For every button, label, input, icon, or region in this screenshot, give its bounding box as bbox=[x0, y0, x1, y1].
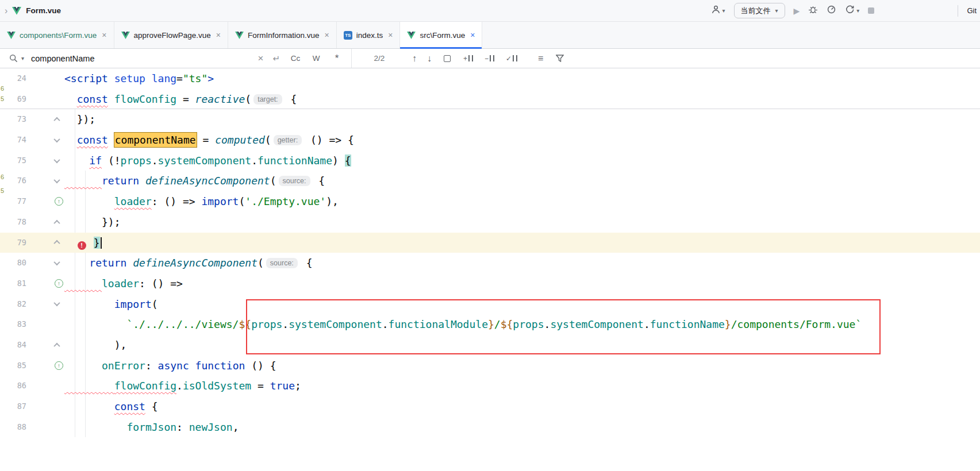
editor-gutter: 76 bbox=[0, 171, 64, 191]
code-text[interactable]: formJson: newJson, bbox=[64, 417, 239, 438]
code-line: 75 if (!props.systemComponent.functionNa… bbox=[0, 150, 980, 171]
tab-close-icon[interactable]: × bbox=[102, 30, 106, 40]
rerun-menu[interactable]: ▾ bbox=[845, 5, 859, 17]
run-button[interactable]: ▶ bbox=[794, 6, 800, 16]
code-text[interactable]: <script setup lang="ts"> bbox=[64, 68, 214, 89]
code-token: defineAsyncComponent bbox=[145, 175, 270, 187]
code-line: 81↑ loader: () => bbox=[0, 273, 980, 294]
editor-gutter: 69 bbox=[0, 89, 64, 109]
title-bar: › Form.vue ▾ 当前文件 ▾ ▶ ▾ Git bbox=[0, 0, 980, 22]
code-text[interactable]: onError: async function () { bbox=[64, 356, 276, 376]
editor-gutter: 88 bbox=[0, 417, 64, 438]
code-text[interactable]: return defineAsyncComponent(source: { bbox=[64, 253, 313, 273]
search-in-selection-icon[interactable] bbox=[444, 55, 451, 62]
previous-occurrence-button[interactable]: ↑ bbox=[412, 53, 417, 64]
newline-icon[interactable]: ↵ bbox=[272, 53, 280, 64]
implementation-marker-icon[interactable]: ↑ bbox=[55, 197, 63, 206]
inlay-hint: source: bbox=[266, 258, 298, 268]
clear-search-icon[interactable]: × bbox=[258, 53, 263, 64]
code-token: ( bbox=[258, 257, 264, 269]
whole-words-toggle[interactable]: W bbox=[308, 54, 325, 63]
editor-tab[interactable]: approveFlowPage.vue× bbox=[114, 22, 229, 48]
code-text[interactable]: return defineAsyncComponent(source: { bbox=[64, 171, 325, 191]
breadcrumb-chevron-icon[interactable]: › bbox=[5, 6, 7, 16]
run-configuration-selector[interactable]: 当前文件 ▾ bbox=[734, 3, 785, 18]
code-token: (! bbox=[102, 155, 121, 167]
code-line: 24<script setup lang="ts"> bbox=[0, 68, 980, 89]
code-text[interactable]: ), bbox=[64, 335, 126, 356]
fold-chevron-icon[interactable] bbox=[53, 117, 60, 123]
next-occurrence-button[interactable]: ↓ bbox=[427, 53, 432, 64]
line-number: 86 bbox=[17, 376, 26, 396]
profiler-button[interactable] bbox=[827, 5, 836, 17]
fold-chevron-icon[interactable] bbox=[53, 136, 60, 142]
code-text[interactable]: }); bbox=[64, 212, 121, 233]
code-token: functionalModule bbox=[389, 318, 488, 330]
line-number: 85 bbox=[17, 356, 26, 376]
code-editor[interactable]: 24<script setup lang="ts">69 const flowC… bbox=[0, 68, 980, 437]
remove-selection-icon[interactable]: − bbox=[485, 55, 494, 62]
code-token: ${ bbox=[501, 318, 513, 330]
fold-chevron-icon[interactable] bbox=[53, 157, 60, 163]
debug-button[interactable] bbox=[808, 5, 818, 17]
search-history-chevron-icon[interactable]: ▾ bbox=[21, 55, 24, 61]
code-text[interactable]: const componentName = computed(getter: (… bbox=[64, 130, 354, 150]
code-text[interactable]: flowConfig.isOldSystem = true; bbox=[64, 376, 301, 396]
code-token: = bbox=[197, 134, 216, 146]
code-text[interactable]: if (!props.systemComponent.functionName)… bbox=[64, 150, 351, 171]
tab-close-icon[interactable]: × bbox=[216, 30, 221, 40]
code-token: const bbox=[114, 400, 145, 412]
editor-tab[interactable]: src\Form.vue× bbox=[400, 22, 482, 48]
code-line: 79 !} bbox=[0, 233, 980, 253]
fold-chevron-icon[interactable] bbox=[53, 177, 60, 183]
view-options-icon[interactable]: ≡ bbox=[538, 53, 543, 64]
editor-tab[interactable]: components\Form.vue× bbox=[0, 22, 114, 48]
tab-close-icon[interactable]: × bbox=[388, 30, 393, 40]
code-token: () { bbox=[245, 360, 276, 372]
fold-chevron-icon[interactable] bbox=[53, 219, 60, 226]
inlay-hint: source: bbox=[279, 176, 310, 186]
git-menu[interactable]: Git bbox=[967, 6, 977, 15]
code-text[interactable]: !} bbox=[64, 233, 102, 253]
match-case-toggle[interactable]: Cc bbox=[287, 54, 304, 63]
code-token bbox=[64, 360, 102, 372]
code-text[interactable]: loader: () => import('./Empty.vue'), bbox=[64, 191, 339, 212]
code-token bbox=[139, 175, 145, 187]
editor-tab[interactable]: TSindex.ts× bbox=[337, 22, 401, 48]
line-number: 76 bbox=[17, 171, 26, 191]
regex-toggle[interactable]: * bbox=[328, 53, 345, 64]
editor-tab[interactable]: FormInformation.vue× bbox=[228, 22, 337, 48]
tab-close-icon[interactable]: × bbox=[325, 30, 329, 40]
add-selection-icon[interactable]: + bbox=[463, 55, 473, 62]
implementation-marker-icon[interactable]: ↑ bbox=[55, 361, 63, 370]
code-line: 84 ), bbox=[0, 335, 980, 356]
editor-gutter: 86 bbox=[0, 376, 64, 396]
tab-close-icon[interactable]: × bbox=[470, 30, 475, 40]
fold-chevron-icon[interactable] bbox=[53, 259, 60, 265]
implementation-marker-icon[interactable]: ↑ bbox=[55, 279, 63, 288]
fold-chevron-icon[interactable] bbox=[53, 300, 60, 306]
code-text[interactable]: loader: () => bbox=[64, 273, 183, 294]
text-caret bbox=[101, 237, 102, 249]
code-line: 88 formJson: newJson, bbox=[0, 417, 980, 438]
code-text[interactable]: }); bbox=[64, 109, 95, 130]
code-text[interactable]: const { bbox=[64, 396, 158, 417]
stop-icon[interactable] bbox=[868, 7, 874, 14]
code-token: { bbox=[285, 93, 297, 105]
fold-chevron-icon[interactable] bbox=[53, 240, 60, 246]
code-token: props bbox=[513, 318, 544, 330]
code-text[interactable]: const flowConfig = reactive(target: { bbox=[64, 89, 297, 109]
search-input[interactable]: componentName bbox=[31, 54, 254, 63]
select-all-occurrences-icon[interactable]: ✓ bbox=[506, 55, 517, 62]
code-text[interactable]: `./../../../views/${props.systemComponen… bbox=[64, 314, 862, 335]
editor-gutter: 79 bbox=[0, 233, 64, 253]
search-field[interactable]: ▾ componentName × ↵ Cc W * bbox=[0, 49, 352, 68]
fold-chevron-icon[interactable] bbox=[53, 343, 60, 349]
code-token bbox=[64, 155, 89, 167]
filter-icon[interactable] bbox=[556, 55, 564, 62]
code-text[interactable]: import( bbox=[64, 294, 158, 315]
code-token: <script bbox=[64, 72, 108, 84]
code-token: : () => bbox=[139, 277, 183, 289]
search-icon bbox=[9, 54, 18, 63]
collaboration-menu[interactable]: ▾ bbox=[711, 5, 725, 17]
